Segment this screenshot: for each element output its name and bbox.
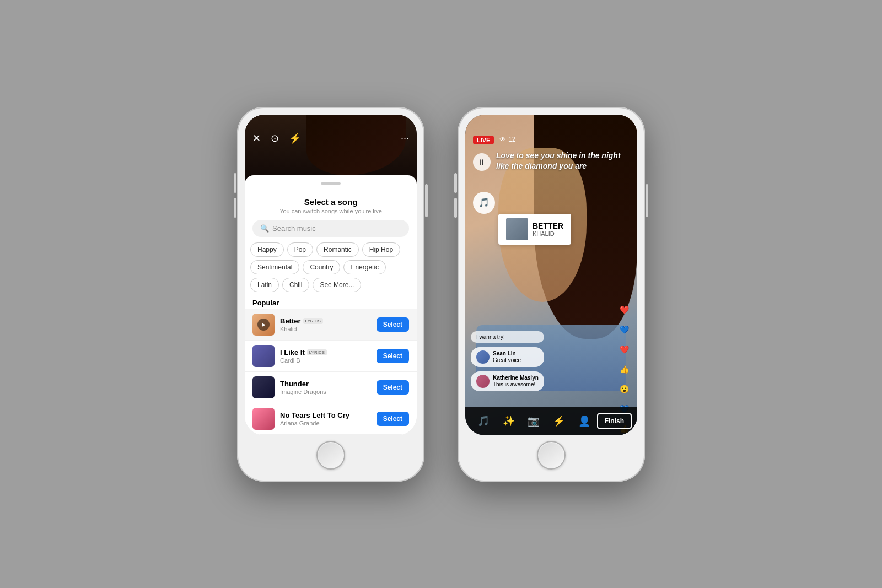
reaction-heart-2[interactable]: ❤️ [616,342,632,357]
select-btn-3[interactable]: Select [377,412,409,426]
live-badge: LIVE [473,136,494,144]
people-tool-btn[interactable]: 👤 [572,415,597,427]
search-bar[interactable]: 🔍 Search music [252,220,409,237]
genre-tag-sentimental[interactable]: Sentimental [250,260,299,274]
song-item-thunder[interactable]: ThunderImagine DragonsSelect [245,372,417,403]
vol-dn-btn[interactable] [234,198,236,218]
genre-tag-chill[interactable]: Chill [282,278,309,292]
camera-icon[interactable]: ⊙ [271,132,279,144]
vol-up-btn-2[interactable] [454,173,457,193]
comments-overlay: I wanna try! Sean Lin Great voice Kather… [471,331,544,391]
genre-tag-see-more...[interactable]: See More... [313,278,361,292]
genre-tag-country[interactable]: Country [303,260,340,274]
reaction-wow[interactable]: 😮 [616,381,632,397]
sheet-handle [245,175,417,192]
comment-katherine: Katherine Maslyn This is awesome! [471,371,544,391]
flash-tool-btn[interactable]: ⚡ [546,415,572,427]
home-button[interactable] [316,441,345,470]
song-name-0: BetterLYRICS [280,317,371,325]
select-btn-1[interactable]: Select [377,349,409,363]
avatar-katherine [476,375,490,388]
song-info-0: BetterLYRICSKhalid [280,317,371,332]
song-artist-2: Imagine Dragons [280,389,371,395]
genre-tags: HappyPopRomanticHip HopSentimentalCountr… [245,242,417,292]
genre-tag-hip-hop[interactable]: Hip Hop [362,242,400,257]
more-icon[interactable]: ··· [401,132,409,144]
live-stream-area: LIVE 👁 12 ⏸ Love to see you shine in the… [465,115,637,435]
genre-tag-pop[interactable]: Pop [287,242,313,257]
comment-katherine-text: This is awesome! [493,381,539,388]
song-info-2: ThunderImagine Dragons [280,380,371,395]
popular-label: Popular [245,296,417,309]
song-list: ▶BetterLYRICSKhalidSelectI Like ItLYRICS… [245,309,417,435]
home-button-2[interactable] [537,441,566,470]
wanna-try-text: I wanna try! [471,331,544,343]
song-info-1: I Like ItLYRICSCardi B [280,348,371,364]
power-btn[interactable] [425,184,428,217]
genre-tag-romantic[interactable]: Romantic [316,242,359,257]
now-playing-artist: KHALID [533,230,563,237]
camera-preview: ✕ ⊙ ⚡ ··· [245,115,417,192]
vol-up-btn[interactable] [234,173,236,193]
music-selector-sheet: Select a song You can switch songs while… [245,192,417,435]
close-icon[interactable]: ✕ [252,132,261,144]
power-btn-2[interactable] [646,184,648,217]
album-thumbnail [506,218,528,240]
comment-sean-name: Sean Lin [493,350,521,357]
song-artist-3: Ariana Grande [280,420,371,427]
genre-tag-happy[interactable]: Happy [250,242,284,257]
select-btn-2[interactable]: Select [377,380,409,395]
view-count: 👁 12 [499,136,515,143]
song-item-no-tears-left-to-cry[interactable]: No Tears Left To CryAriana GrandeSelect [245,403,417,435]
select-btn-0[interactable]: Select [377,317,409,332]
song-name-2: Thunder [280,380,371,388]
phones-container: ✕ ⊙ ⚡ ··· Select a song You can switch s… [237,107,645,482]
reaction-thumbsup[interactable]: 👍 [616,362,632,377]
comment-sean: Sean Lin Great voice [471,347,544,367]
song-name-1: I Like ItLYRICS [280,348,371,357]
music-icon[interactable]: 🎵 [473,192,495,214]
music-tool-btn[interactable]: 🎵 [471,415,496,427]
song-info-3: No Tears Left To CryAriana Grande [280,411,371,427]
phone-1: ✕ ⊙ ⚡ ··· Select a song You can switch s… [237,107,424,482]
genre-tag-energetic[interactable]: Energetic [343,260,386,274]
phone-1-screen: ✕ ⊙ ⚡ ··· Select a song You can switch s… [245,115,417,435]
song-item-i-like-it[interactable]: I Like ItLYRICSCardi BSelect [245,341,417,372]
song-artist-0: Khalid [280,326,371,332]
pause-button[interactable]: ⏸ [473,153,491,171]
eye-icon: 👁 [499,136,506,143]
comment-sean-text: Great voice [493,357,521,364]
song-art-3 [252,408,275,430]
effects-tool-btn[interactable]: ✨ [496,415,521,427]
now-playing-card: BETTER KHALID [498,214,571,245]
sheet-title: Select a song [245,197,417,207]
song-name-3: No Tears Left To Cry [280,411,371,419]
reaction-heart[interactable]: ❤️ [616,302,632,317]
handle-bar [321,182,341,185]
song-art-2 [252,376,275,398]
song-artist-1: Cardi B [280,357,371,364]
lyrics-badge-0: LYRICS [303,318,323,324]
phone-2: LIVE 👁 12 ⏸ Love to see you shine in the… [458,107,645,482]
finish-button[interactable]: Finish [597,413,632,429]
avatar-sean [476,350,490,364]
search-icon: 🔍 [260,224,269,233]
comment-katherine-name: Katherine Maslyn [493,375,539,381]
sheet-subtitle: You can switch songs while you're live [245,208,417,214]
flash-icon[interactable]: ⚡ [289,132,301,144]
camera-top-icons: ✕ ⊙ ⚡ ··· [245,132,417,144]
phone-2-screen: LIVE 👁 12 ⏸ Love to see you shine in the… [465,115,637,435]
play-indicator: ▶ [257,319,270,331]
lyrics-badge-1: LYRICS [307,349,327,355]
reaction-blue-heart[interactable]: 💙 [616,322,632,337]
song-art-1 [252,345,275,367]
song-item-better[interactable]: ▶BetterLYRICSKhalidSelect [245,309,417,341]
camera-tool-btn[interactable]: 📷 [521,415,546,427]
live-toolbar: 🎵 ✨ 📷 ⚡ 👤 Finish [465,407,637,435]
genre-tag-latin[interactable]: Latin [250,278,279,292]
vol-dn-btn-2[interactable] [454,198,457,218]
search-input[interactable]: Search music [272,224,316,233]
now-playing-title: BETTER [533,222,563,230]
song-art-0: ▶ [252,314,275,336]
lyrics-overlay: Love to see you shine in the night like … [496,150,630,172]
